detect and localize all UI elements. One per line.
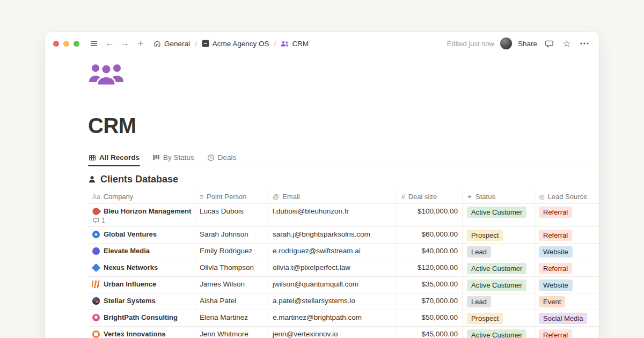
number-property-icon: # — [401, 193, 405, 201]
tab-deals[interactable]: Deals — [207, 151, 237, 166]
comment-indicator[interactable]: 1 — [92, 217, 105, 224]
cell-company[interactable]: Elevate Media — [88, 244, 195, 260]
company-name[interactable]: Bleu Horizon Management — [104, 207, 191, 215]
company-name-row: Stellar Systems — [92, 297, 156, 305]
workspace-icon — [202, 40, 209, 47]
back-icon[interactable]: ← — [104, 38, 115, 49]
cell-status[interactable]: Prospect — [463, 310, 535, 326]
tab-by-status[interactable]: By Status — [152, 151, 195, 166]
breadcrumb-item-general[interactable]: General — [151, 39, 192, 49]
breadcrumb-item-crm[interactable]: CRM — [279, 39, 311, 49]
cell-deal-size[interactable]: $100,000.00 — [397, 204, 463, 226]
cell-lead-source[interactable]: Referral — [535, 327, 599, 338]
column-header-point-person[interactable]: ≡Point Person — [195, 190, 268, 203]
table-header: AaCompany≡Point Person@Email#Deal size✦S… — [88, 190, 599, 204]
share-button[interactable]: Share — [518, 40, 537, 48]
cell-point-person[interactable]: Sarah Johnson — [195, 227, 268, 243]
zoom-window-button[interactable] — [74, 41, 79, 47]
column-header-email[interactable]: @Email — [268, 190, 397, 203]
company-name[interactable]: Nexus Networks — [104, 263, 158, 271]
cell-lead-source[interactable]: Website — [535, 277, 599, 293]
status-badge: Active Customer — [467, 263, 526, 274]
company-logo-pin — [92, 314, 100, 321]
cell-status[interactable]: Active Customer — [463, 260, 535, 276]
cell-lead-source[interactable]: Referral — [535, 227, 599, 243]
column-header-lead-source[interactable]: ◎Lead Source — [535, 190, 599, 203]
cell-company[interactable]: Urban Influence — [88, 277, 195, 293]
company-name[interactable]: Global Ventures — [104, 230, 157, 238]
cell-email[interactable]: sarah.j@brightsparksolns.com — [268, 227, 397, 243]
cell-email[interactable]: l.dubois@bleuhorizon.fr — [268, 204, 397, 226]
cell-point-person[interactable]: Emily Rodriguez — [195, 244, 268, 260]
cell-deal-size[interactable]: $60,000.00 — [397, 227, 463, 243]
forward-icon[interactable]: → — [119, 38, 131, 49]
cell-point-person[interactable]: Jenn Whitmore — [195, 327, 268, 338]
cell-company[interactable]: Global Ventures — [88, 227, 195, 243]
cell-status[interactable]: Lead — [463, 293, 535, 310]
cell-deal-size[interactable]: $40,000.00 — [397, 244, 463, 260]
cell-company[interactable]: Bleu Horizon Management1 — [88, 204, 195, 226]
cell-point-person[interactable]: Elena Martinez — [195, 310, 268, 326]
cell-company[interactable]: BrightPath Consulting — [88, 310, 195, 326]
company-name[interactable]: Vertex Innovations — [104, 330, 166, 338]
table-row: Urban InfluenceJames Wilsonjwilson@quant… — [88, 277, 599, 293]
cell-status[interactable]: Active Customer — [463, 277, 535, 293]
cell-email[interactable]: jwilson@quantumquill.com — [268, 277, 397, 293]
breadcrumb-item-acme-agency-os[interactable]: Acme Agency OS — [200, 39, 272, 49]
cell-point-person[interactable]: Olivia Thompson — [195, 260, 268, 276]
cell-status[interactable]: Active Customer — [463, 327, 535, 338]
status-badge: Active Customer — [467, 207, 526, 218]
company-name[interactable]: BrightPath Consulting — [104, 313, 178, 321]
cell-lead-source[interactable]: Referral — [535, 204, 599, 226]
cell-lead-source[interactable]: Social Media — [535, 310, 599, 326]
cell-company[interactable]: Vertex Innovations — [88, 327, 195, 338]
favorite-star-icon[interactable]: ☆ — [561, 38, 573, 49]
cell-email[interactable]: a.patel@stellarsystems.io — [268, 293, 397, 310]
cell-company[interactable]: Stellar Systems — [88, 293, 195, 310]
window-topbar: ← → + General/Acme Agency OS/CRM Edited … — [45, 32, 599, 53]
column-header-company[interactable]: AaCompany — [88, 190, 195, 203]
status-badge: Active Customer — [467, 280, 526, 291]
page-icon-people-group[interactable] — [88, 62, 125, 87]
table-row: Bleu Horizon Management1Lucas Duboisl.du… — [88, 204, 599, 227]
cell-point-person[interactable]: James Wilson — [195, 277, 268, 293]
minimize-window-button[interactable] — [63, 41, 69, 47]
cell-lead-source[interactable]: Event — [535, 293, 599, 310]
cell-point-person[interactable]: Aisha Patel — [195, 293, 268, 310]
cell-email[interactable]: e.rodriguez@swiftstream.ai — [268, 244, 397, 260]
cell-deal-size[interactable]: $45,000.00 — [397, 327, 463, 338]
column-label: Deal size — [408, 193, 437, 201]
cell-status[interactable]: Active Customer — [463, 204, 535, 226]
breadcrumb-label: CRM — [292, 40, 309, 48]
lead-source-badge: Referral — [539, 263, 572, 274]
sidebar-toggle-icon[interactable] — [88, 38, 100, 49]
new-page-icon[interactable]: + — [135, 38, 147, 49]
cell-email[interactable]: jenn@vertexinnov.io — [268, 327, 397, 338]
cell-point-person[interactable]: Lucas Dubois — [195, 204, 268, 226]
more-options-icon[interactable] — [579, 38, 590, 49]
company-name[interactable]: Stellar Systems — [104, 297, 156, 305]
lead-source-badge: Website — [539, 280, 573, 291]
cell-deal-size[interactable]: $120,000.00 — [397, 260, 463, 276]
cell-company[interactable]: Nexus Networks — [88, 260, 195, 276]
cell-lead-source[interactable]: Website — [535, 244, 599, 260]
cell-status[interactable]: Prospect — [463, 227, 535, 243]
close-window-button[interactable] — [53, 41, 59, 47]
cell-deal-size[interactable]: $70,000.00 — [397, 293, 463, 310]
cell-lead-source[interactable]: Referral — [535, 260, 599, 276]
comments-icon[interactable] — [543, 38, 555, 49]
cell-deal-size[interactable]: $35,000.00 — [397, 277, 463, 293]
select-property-icon: ◎ — [539, 193, 544, 201]
column-header-status[interactable]: ✦Status — [463, 190, 535, 203]
column-header-deal-size[interactable]: #Deal size — [397, 190, 463, 203]
cell-email[interactable]: e.martinez@brightpath.com — [268, 310, 397, 326]
avatar[interactable] — [500, 38, 512, 49]
cell-status[interactable]: Lead — [463, 244, 535, 260]
company-name[interactable]: Elevate Media — [104, 247, 150, 255]
cell-email[interactable]: olivia.t@pixelperfect.law — [268, 260, 397, 276]
company-name[interactable]: Urban Influence — [104, 280, 156, 288]
cell-deal-size[interactable]: $50,000.00 — [397, 310, 463, 326]
tab-all-records[interactable]: All Records — [88, 151, 140, 166]
breadcrumb-separator: / — [194, 40, 197, 48]
comment-count: 1 — [101, 217, 105, 224]
